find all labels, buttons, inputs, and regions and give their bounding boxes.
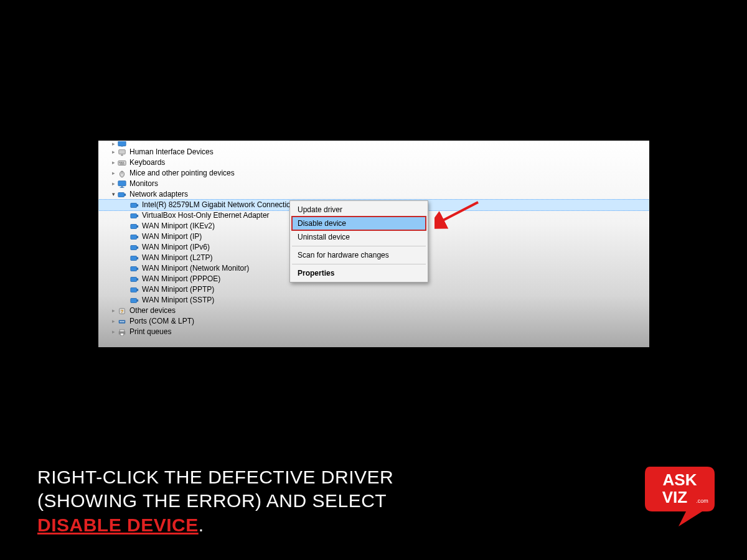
- tree-item-hid[interactable]: Human Interface Devices: [98, 147, 649, 157]
- ctx-separator: [292, 264, 426, 264]
- svg-rect-8: [123, 162, 124, 163]
- expander-icon[interactable]: [110, 168, 117, 179]
- svg-text:?: ?: [121, 308, 124, 314]
- caption-emphasis: DISABLE DEVICE: [37, 515, 199, 535]
- tree-item-print-queues[interactable]: Print queues: [98, 327, 649, 337]
- svg-rect-31: [131, 277, 137, 281]
- tree-item-label: WAN Miniport (L2TP): [142, 253, 217, 263]
- tree-item-wan-pptp[interactable]: WAN Miniport (PPTP): [98, 284, 649, 295]
- svg-rect-25: [131, 245, 137, 250]
- svg-rect-16: [125, 194, 126, 196]
- svg-rect-30: [137, 268, 139, 270]
- tree-item-keyboards[interactable]: Keyboards: [98, 157, 649, 168]
- tree-item-label: Ports (COM & LPT): [129, 316, 198, 327]
- expander-icon[interactable]: [110, 306, 117, 316]
- svg-rect-28: [137, 257, 139, 259]
- mouse-icon: [117, 169, 127, 178]
- network-adapter-icon: [129, 264, 139, 273]
- svg-rect-42: [123, 321, 125, 322]
- other-devices-icon: ?: [117, 307, 127, 315]
- svg-rect-12: [118, 180, 126, 185]
- tree-item-label: Other devices: [129, 306, 179, 316]
- network-adapter-icon: [129, 296, 139, 305]
- ctx-uninstall-device[interactable]: Uninstall device: [291, 230, 426, 244]
- network-adapter-icon: [129, 222, 139, 231]
- svg-rect-15: [118, 192, 125, 197]
- tree-item-label: WAN Miniport (IPv6): [142, 242, 214, 253]
- tree-item-display-adapters[interactable]: [98, 141, 649, 147]
- network-adapter-icon: [129, 233, 139, 241]
- svg-rect-27: [131, 256, 137, 260]
- svg-rect-3: [119, 149, 126, 154]
- logo-dotcom: .com: [696, 498, 708, 504]
- tree-item-label: Monitors: [129, 179, 162, 189]
- svg-rect-17: [131, 203, 137, 207]
- tree-item-monitors[interactable]: Monitors: [98, 179, 649, 189]
- svg-rect-18: [137, 204, 139, 207]
- context-menu: Update driver Disable device Uninstall d…: [289, 200, 428, 282]
- tree-item-label: Intel(R) 82579LM Gigabit Network Connect…: [142, 200, 298, 210]
- printer-icon: [117, 328, 127, 337]
- svg-rect-34: [137, 289, 139, 291]
- hid-icon: [117, 148, 127, 157]
- expander-icon[interactable]: [110, 179, 117, 189]
- expander-icon[interactable]: [110, 157, 117, 168]
- logo-line1: ASK: [663, 470, 697, 489]
- svg-rect-26: [137, 246, 139, 249]
- svg-rect-0: [118, 141, 126, 146]
- network-adapter-icon: [129, 275, 139, 284]
- tree-item-network-adapters[interactable]: Network adapters: [98, 189, 649, 200]
- network-adapter-icon: [117, 190, 127, 199]
- svg-rect-33: [131, 287, 137, 292]
- ctx-disable-device[interactable]: Disable device: [291, 216, 426, 231]
- svg-rect-44: [120, 329, 125, 332]
- svg-rect-45: [120, 333, 123, 335]
- expander-icon[interactable]: [110, 316, 117, 327]
- svg-rect-1: [121, 146, 123, 147]
- svg-rect-20: [137, 215, 139, 217]
- svg-rect-9: [120, 163, 125, 164]
- tree-item-label: WAN Miniport (Network Monitor): [142, 263, 253, 274]
- svg-rect-23: [131, 235, 137, 239]
- svg-rect-14: [120, 187, 125, 187]
- ports-icon: [117, 317, 127, 326]
- network-adapter-icon: [129, 286, 139, 294]
- svg-rect-7: [121, 162, 122, 163]
- tree-item-label: Keyboards: [129, 157, 169, 168]
- tree-item-label: Mice and other pointing devices: [129, 168, 238, 179]
- tree-item-other-devices[interactable]: ? Other devices: [98, 306, 649, 316]
- tree-item-label: WAN Miniport (PPPOE): [142, 274, 224, 284]
- caption-line2: (SHOWING THE ERROR) AND SELECT: [37, 490, 387, 511]
- monitor-icon: [117, 180, 127, 189]
- svg-rect-29: [131, 266, 137, 271]
- instruction-caption: RIGHT-CLICK THE DEFECTIVE DRIVER (SHOWIN…: [37, 465, 510, 537]
- device-manager-panel: Human Interface Devices Keyboards Mice a…: [98, 141, 649, 347]
- caption-tail: .: [199, 515, 204, 535]
- network-adapter-icon: [129, 212, 139, 220]
- expander-icon[interactable]: [110, 189, 117, 200]
- tree-item-ports[interactable]: Ports (COM & LPT): [98, 316, 649, 327]
- ctx-properties[interactable]: Properties: [291, 266, 426, 280]
- logo-line2: VIZ: [662, 488, 688, 506]
- tree-item-label: Print queues: [129, 327, 175, 337]
- svg-rect-40: [120, 321, 121, 322]
- network-adapter-icon: [129, 254, 139, 263]
- ctx-scan-hardware[interactable]: Scan for hardware changes: [291, 248, 426, 262]
- tree-item-mice[interactable]: Mice and other pointing devices: [98, 168, 649, 179]
- tree-item-label: Human Interface Devices: [129, 147, 217, 157]
- caption-line1: RIGHT-CLICK THE DEFECTIVE DRIVER: [37, 467, 393, 487]
- ctx-update-driver[interactable]: Update driver: [291, 203, 426, 217]
- tree-item-label: WAN Miniport (SSTP): [142, 295, 218, 306]
- expander-icon[interactable]: [110, 327, 117, 337]
- network-adapter-icon: [129, 201, 139, 210]
- svg-rect-6: [120, 162, 121, 163]
- ctx-separator: [292, 246, 426, 246]
- keyboard-icon: [117, 159, 127, 167]
- tree-item-label: WAN Miniport (PPTP): [142, 284, 218, 295]
- svg-rect-41: [121, 321, 123, 322]
- expander-icon[interactable]: [110, 141, 117, 147]
- tree-item-wan-sstp[interactable]: WAN Miniport (SSTP): [98, 295, 649, 306]
- tree-item-label: WAN Miniport (IP): [142, 231, 205, 242]
- expander-icon[interactable]: [110, 147, 117, 157]
- svg-rect-21: [131, 224, 137, 228]
